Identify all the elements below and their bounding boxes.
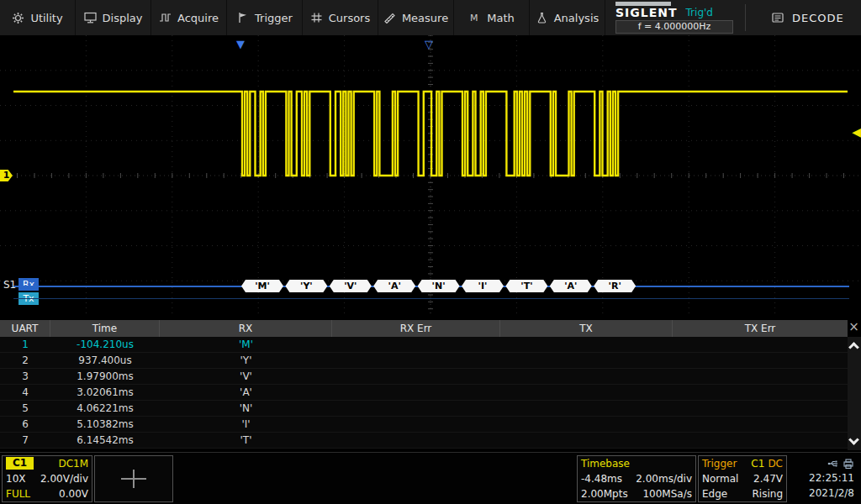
trigger-status-text: Trig'd — [686, 7, 713, 18]
system-time: 22:25:11 — [809, 470, 854, 486]
timebase-title: Timebase — [581, 458, 630, 470]
decode-button[interactable]: DECODE — [758, 0, 858, 35]
menu-item-label: Measure — [402, 12, 448, 24]
table-cell: 'V' — [160, 369, 332, 384]
decoded-byte-bubble: 'M' — [241, 280, 283, 292]
trigger-title: Trigger — [702, 458, 737, 470]
menu-item-trigger[interactable]: Trigger — [227, 0, 303, 35]
table-cell — [332, 433, 500, 448]
trigger-box[interactable]: Trigger C1 DC Normal 2.47V Edge Rising — [698, 455, 787, 502]
printer-icon[interactable] — [843, 457, 854, 470]
table-scrollbar[interactable] — [848, 337, 861, 450]
channel1-scale: 2.00V/div — [40, 473, 88, 485]
table-cell — [500, 369, 673, 384]
oscilloscope-screen: UtilityDisplayAcquireTriggerCursorsMeasu… — [0, 0, 861, 504]
table-cell: 6 — [0, 417, 50, 432]
decoded-byte-bubble: 'T' — [505, 280, 547, 292]
usb-icon[interactable] — [827, 457, 839, 470]
trigger-delay-marker[interactable]: ▽ — [425, 39, 433, 50]
trigger-level: 2.47V — [753, 473, 783, 485]
scroll-up-icon[interactable] — [848, 342, 859, 353]
table-cell: 1 — [0, 337, 50, 352]
table-row[interactable]: 2937.400us'Y' — [0, 353, 848, 369]
channel1-probe: 10X — [6, 473, 26, 485]
table-cell: 3 — [0, 369, 50, 384]
menu-item-label: Utility — [30, 12, 62, 24]
timebase-delay: -4.48ms — [581, 473, 622, 485]
table-header-row: UARTTimeRXRX ErrTXTX Err — [0, 320, 848, 337]
table-cell: 'Y' — [160, 353, 332, 368]
decoded-byte-bubble: 'N' — [418, 280, 460, 292]
menu-separator — [745, 4, 746, 31]
decoded-byte-bubble: 'R' — [594, 280, 636, 292]
trigger-source: C1 — [751, 458, 764, 470]
aux-channel-box[interactable] — [94, 455, 173, 502]
table-cell: 5.10382ms — [50, 417, 160, 432]
column-header-rx-err: RX Err — [332, 320, 500, 337]
table-cell — [500, 417, 673, 432]
table-cell: 6.14542ms — [50, 433, 160, 448]
table-cell — [500, 337, 673, 352]
close-icon[interactable]: × — [848, 320, 860, 333]
measure-icon — [383, 12, 396, 24]
menu-item-analysis[interactable]: Analysis — [530, 0, 605, 35]
trigger-level-marker[interactable]: ◀ — [852, 126, 861, 138]
table-row[interactable]: 54.06221ms'N' — [0, 401, 848, 417]
status-bar: C1 DC1M 10X 2.00V/div FULL 0.00V Timebas… — [0, 452, 861, 504]
column-header-tx: TX — [500, 320, 673, 337]
table-row[interactable]: 76.14542ms'T' — [0, 433, 848, 449]
table-cell — [500, 433, 673, 448]
menu-item-cursors[interactable]: Cursors — [303, 0, 378, 35]
menu-item-label: Analysis — [554, 12, 600, 24]
channel1-offset: 0.00V — [59, 488, 88, 500]
column-header-uart: UART — [0, 320, 50, 337]
table-cell — [500, 401, 673, 416]
table-cell: 1.97900ms — [50, 369, 160, 384]
crosshair-icon — [133, 470, 135, 488]
channel1-coupling: DC1M — [58, 458, 88, 470]
trigger-position-marker[interactable]: ▼ — [236, 39, 245, 50]
table-cell — [673, 337, 848, 352]
gear-icon — [12, 12, 24, 24]
trigger-coupling: DC — [768, 458, 783, 470]
tx-decode-line — [13, 298, 849, 299]
menu-item-label: Acquire — [177, 12, 219, 24]
trigger-type: Edge — [702, 488, 727, 500]
column-header-tx-err: TX Err — [673, 320, 848, 337]
menu-item-acquire[interactable]: Acquire — [151, 0, 227, 35]
trigger-slope: Rising — [753, 488, 783, 500]
table-cell — [332, 353, 500, 368]
table-cell — [500, 385, 673, 400]
table-cell: 5 — [0, 401, 50, 416]
menu-item-math[interactable]: MMath — [454, 0, 530, 35]
table-cell — [673, 401, 848, 416]
table-row[interactable]: 31.97900ms'V' — [0, 369, 848, 385]
timebase-box[interactable]: Timebase -4.48ms 2.00ms/div 2.00Mpts 100… — [577, 455, 696, 502]
waveform-area[interactable]: ▼ ▽ ◀ 1 S1 Rx Tx 'M''Y''V''A''N''I''T''A… — [0, 35, 861, 316]
table-row[interactable]: 1-104.210us'M' — [0, 337, 848, 353]
table-row[interactable]: 65.10382ms'I' — [0, 417, 848, 433]
decoded-byte-bubble: 'I' — [462, 280, 504, 292]
table-cell: 2 — [0, 353, 50, 368]
table-cell: 937.400us — [50, 353, 160, 368]
menu-item-label: Trigger — [255, 12, 293, 24]
menu-item-measure[interactable]: Measure — [378, 0, 454, 35]
siglent-logo: SIGLENT — [615, 2, 678, 18]
scroll-down-icon[interactable] — [848, 434, 859, 445]
menu-item-label: Display — [103, 12, 143, 24]
table-cell — [673, 353, 848, 368]
table-cell — [500, 353, 673, 368]
channel1-bandwidth: FULL — [6, 488, 30, 500]
channel1-trace — [0, 35, 861, 316]
decoded-byte-bubble: 'A' — [373, 280, 415, 292]
bus-label: S1 — [3, 279, 16, 291]
table-cell — [673, 433, 848, 448]
table-row[interactable]: 43.02061ms'A' — [0, 385, 848, 401]
channel1-box[interactable]: C1 DC1M 10X 2.00V/div FULL 0.00V — [2, 455, 92, 502]
menu-item-display[interactable]: Display — [76, 0, 151, 35]
frequency-counter: f = 4.000000Hz — [615, 20, 733, 34]
rx-label[interactable]: Rx — [18, 278, 39, 291]
menu-item-utility[interactable]: Utility — [0, 0, 76, 35]
math-icon: M — [468, 12, 481, 24]
table-cell: 'M' — [160, 337, 332, 352]
